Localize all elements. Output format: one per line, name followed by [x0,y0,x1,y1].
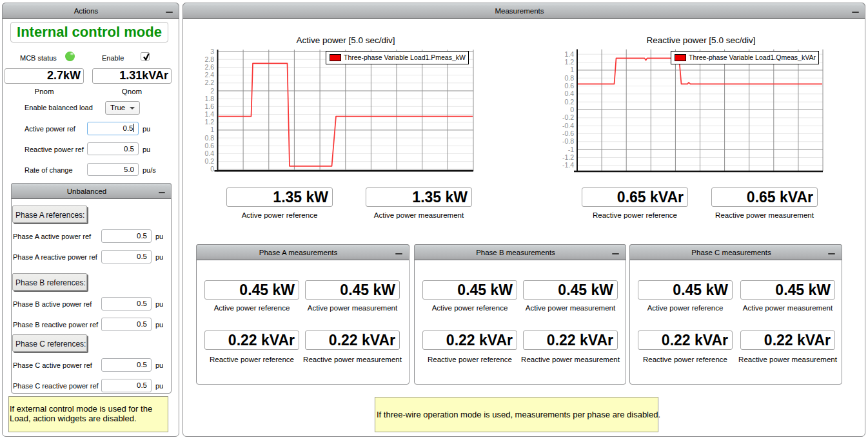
svg-text:0: 0 [570,106,574,113]
svg-text:0.6: 0.6 [564,82,574,90]
svg-text:0.4: 0.4 [204,149,214,157]
svg-text:-1.4: -1.4 [562,161,574,169]
svg-text:0.8: 0.8 [204,134,214,142]
svg-text:2.4: 2.4 [204,71,214,79]
svg-text:3: 3 [210,48,214,55]
svg-text:-0.8: -0.8 [562,137,574,145]
svg-text:-1: -1 [568,146,574,153]
svg-text:1.8: 1.8 [204,95,214,102]
svg-text:0.6: 0.6 [204,142,214,149]
svg-text:1.2: 1.2 [564,58,574,66]
svg-text:1.4: 1.4 [204,110,214,118]
svg-text:2.6: 2.6 [204,63,214,71]
svg-text:0.8: 0.8 [564,74,574,82]
svg-text:2.8: 2.8 [204,55,214,63]
svg-text:1.2: 1.2 [204,118,214,126]
svg-text:0.4: 0.4 [564,90,574,97]
svg-text:-0.2: -0.2 [562,113,574,121]
svg-text:2.2: 2.2 [204,79,214,86]
svg-text:0.2: 0.2 [204,157,214,165]
svg-text:-0.6: -0.6 [562,129,574,137]
svg-text:1: 1 [210,126,214,133]
svg-text:1.6: 1.6 [204,102,214,110]
svg-text:-1.2: -1.2 [562,153,574,161]
svg-text:2: 2 [210,87,214,95]
svg-text:0: 0 [210,165,214,173]
svg-text:-0.4: -0.4 [562,122,574,129]
svg-text:1.4: 1.4 [564,50,574,58]
svg-text:0.2: 0.2 [564,98,574,106]
svg-text:1: 1 [570,66,574,73]
